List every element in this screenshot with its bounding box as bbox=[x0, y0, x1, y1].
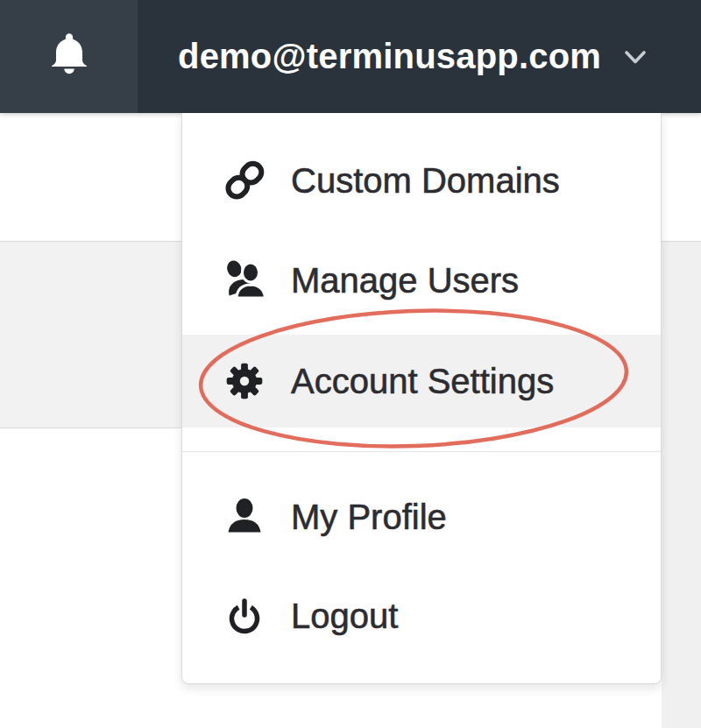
account-menu-toggle[interactable]: demo@terminusapp.com bbox=[138, 0, 701, 113]
page-background-left bbox=[0, 113, 181, 728]
notifications-button[interactable] bbox=[0, 0, 138, 113]
gear-icon bbox=[219, 359, 270, 403]
menu-item-label: Custom Domains bbox=[291, 161, 560, 201]
menu-item-label: Account Settings bbox=[291, 362, 554, 401]
menu-item-logout[interactable]: Logout bbox=[182, 569, 661, 662]
chevron-down-icon bbox=[622, 48, 648, 71]
link-icon bbox=[219, 158, 270, 203]
navbar-notification-area bbox=[0, 0, 138, 113]
menu-item-my-profile[interactable]: My Profile bbox=[182, 470, 661, 563]
menu-divider bbox=[182, 451, 661, 452]
page-section-band-right bbox=[662, 241, 701, 728]
user-icon bbox=[219, 495, 270, 539]
menu-item-custom-domains[interactable]: Custom Domains bbox=[182, 134, 661, 227]
menu-item-label: My Profile bbox=[291, 498, 447, 537]
account-dropdown-menu: Custom Domains Manage Users bbox=[181, 113, 662, 684]
users-icon bbox=[219, 258, 270, 302]
menu-item-label: Logout bbox=[291, 597, 398, 636]
menu-item-manage-users[interactable]: Manage Users bbox=[182, 234, 661, 327]
account-email: demo@terminusapp.com bbox=[178, 37, 601, 76]
menu-item-label: Manage Users bbox=[291, 261, 519, 300]
power-icon bbox=[219, 594, 270, 638]
page-background-right bbox=[662, 113, 701, 728]
menu-item-account-settings[interactable]: Account Settings bbox=[182, 335, 661, 428]
top-navbar: demo@terminusapp.com bbox=[0, 0, 701, 113]
bell-icon bbox=[47, 30, 91, 84]
page-section-band-left bbox=[0, 241, 181, 428]
